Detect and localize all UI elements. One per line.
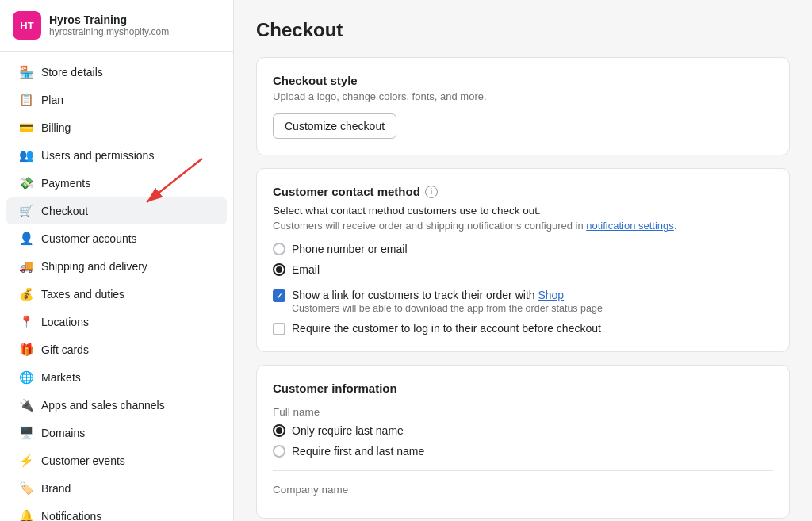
sidebar-item-store-details[interactable]: 🏪 Store details <box>6 59 227 86</box>
sidebar-item-label-shipping-delivery: Shipping and delivery <box>41 260 147 273</box>
customer-accounts-icon: 👤 <box>19 232 33 246</box>
checkbox-require-login[interactable]: Require the customer to log in to their … <box>273 322 773 335</box>
sidebar-item-apps-sales-channels[interactable]: 🔌 Apps and sales channels <box>6 392 227 419</box>
info-icon[interactable]: i <box>425 186 438 198</box>
customize-checkout-button[interactable]: Customize checkout <box>273 113 396 139</box>
sidebar-item-label-domains: Domains <box>41 427 85 439</box>
main-content: Checkout Checkout style Upload a logo, c… <box>234 0 812 521</box>
sidebar-item-gift-cards[interactable]: 🎁 Gift cards <box>6 336 227 363</box>
customer-information-card: Customer information Full name Only requ… <box>256 365 790 519</box>
store-name: Hyros Training <box>49 13 169 26</box>
checkbox-sub-shop-link: Customers will be able to download the a… <box>292 303 603 314</box>
checkout-icon: 🛒 <box>19 204 33 218</box>
checkbox-label-group-shop-link: Show a link for customers to track their… <box>292 289 603 314</box>
sidebar-item-checkout[interactable]: 🛒 Checkout <box>6 197 227 224</box>
contact-method-desc-sub: Customers will receive order and shippin… <box>273 220 773 232</box>
users-permissions-icon: 👥 <box>19 148 33 163</box>
markets-icon: 🌐 <box>19 370 33 385</box>
contact-method-card: Customer contact method i Select what co… <box>256 168 790 352</box>
customer-info-title: Customer information <box>273 381 773 395</box>
sidebar-item-label-apps-sales-channels: Apps and sales channels <box>41 399 165 412</box>
sidebar-item-label-payments: Payments <box>41 177 90 190</box>
sidebar-item-plan[interactable]: 📋 Plan <box>6 86 227 113</box>
radio-circle-fullname-first-and-last <box>273 445 285 458</box>
checkout-style-subtitle: Upload a logo, change colors, fonts, and… <box>273 90 773 102</box>
checkbox-box-shop-link <box>273 289 285 302</box>
contact-method-checkboxes: Show a link for customers to track their… <box>273 289 773 335</box>
sidebar-item-label-plan: Plan <box>41 94 63 106</box>
radio-email[interactable]: Email <box>273 263 773 276</box>
sidebar-nav: 🏪 Store details 📋 Plan 💳 Billing 👥 Users… <box>0 52 233 521</box>
sidebar-item-label-taxes-duties: Taxes and duties <box>41 288 124 301</box>
gift-cards-icon: 🎁 <box>19 343 33 357</box>
sidebar-item-label-gift-cards: Gift cards <box>41 343 89 356</box>
sidebar-item-customer-accounts[interactable]: 👤 Customer accounts <box>6 225 227 252</box>
sidebar-item-markets[interactable]: 🌐 Markets <box>6 364 227 391</box>
radio-circle-fullname-last-name-only <box>273 424 285 437</box>
sidebar-item-label-markets: Markets <box>41 371 81 384</box>
sidebar: HT Hyros Training hyrostraining.myshopif… <box>0 0 234 521</box>
radio-label-email: Email <box>292 263 320 276</box>
sidebar-item-label-billing: Billing <box>41 121 71 134</box>
checkbox-label-group-require-login: Require the customer to log in to their … <box>292 322 601 335</box>
sidebar-item-notifications[interactable]: 🔔 Notifications <box>6 503 227 521</box>
store-avatar: HT <box>13 11 41 40</box>
contact-method-radio-group: Phone number or email Email <box>273 243 773 276</box>
sidebar-item-users-permissions[interactable]: 👥 Users and permissions <box>6 142 227 169</box>
sidebar-item-shipping-delivery[interactable]: 🚚 Shipping and delivery <box>6 253 227 280</box>
sidebar-item-payments[interactable]: 💸 Payments <box>6 170 227 197</box>
sidebar-header: HT Hyros Training hyrostraining.myshopif… <box>0 0 233 52</box>
radio-label-fullname-first-and-last: Require first and last name <box>292 445 424 458</box>
company-name-label: Company name <box>273 484 773 496</box>
store-info: Hyros Training hyrostraining.myshopify.c… <box>49 13 169 37</box>
sidebar-item-label-users-permissions: Users and permissions <box>41 149 154 162</box>
locations-icon: 📍 <box>19 315 33 329</box>
sidebar-item-brand[interactable]: 🏷️ Brand <box>6 475 227 502</box>
sidebar-item-customer-events[interactable]: ⚡ Customer events <box>6 447 227 474</box>
sidebar-item-label-checkout: Checkout <box>41 205 88 217</box>
sidebar-item-label-locations: Locations <box>41 316 89 328</box>
radio-phone-or-email[interactable]: Phone number or email <box>273 243 773 255</box>
domains-icon: 🖥️ <box>19 426 33 440</box>
billing-icon: 💳 <box>19 121 33 135</box>
sidebar-item-taxes-duties[interactable]: 💰 Taxes and duties <box>6 281 227 308</box>
checkout-style-card: Checkout style Upload a logo, change col… <box>256 57 790 155</box>
notifications-icon: 🔔 <box>19 509 33 521</box>
shop-link-link[interactable]: Shop <box>538 289 564 301</box>
customer-events-icon: ⚡ <box>19 454 33 468</box>
desc-sub-prefix: Customers will receive order and shippin… <box>273 220 586 232</box>
brand-icon: 🏷️ <box>19 481 33 496</box>
payments-icon: 💸 <box>19 176 33 190</box>
sidebar-item-label-customer-accounts: Customer accounts <box>41 232 137 245</box>
sidebar-item-billing[interactable]: 💳 Billing <box>6 114 227 141</box>
checkbox-label-shop-link: Show a link for customers to track their… <box>292 289 603 301</box>
page-title: Checkout <box>256 19 790 41</box>
contact-method-title: Customer contact method <box>273 185 420 198</box>
radio-label-fullname-last-name-only: Only require last name <box>292 424 404 437</box>
taxes-duties-icon: 💰 <box>19 287 33 301</box>
checkbox-box-require-login <box>273 323 285 335</box>
contact-method-title-row: Customer contact method i <box>273 185 773 198</box>
radio-circle-email <box>273 263 285 276</box>
full-name-radio-group: Only require last name Require first and… <box>273 424 773 458</box>
shipping-delivery-icon: 🚚 <box>19 259 33 274</box>
radio-circle-phone-or-email <box>273 243 285 255</box>
store-url: hyrostraining.myshopify.com <box>49 26 169 37</box>
sidebar-item-domains[interactable]: 🖥️ Domains <box>6 419 227 446</box>
checkbox-shop-link[interactable]: Show a link for customers to track their… <box>273 289 773 314</box>
radio-fullname-first-and-last[interactable]: Require first and last name <box>273 445 773 458</box>
desc-sub-suffix: . <box>674 220 677 232</box>
sidebar-item-label-customer-events: Customer events <box>41 454 125 467</box>
store-details-icon: 🏪 <box>19 65 33 79</box>
radio-label-phone-or-email: Phone number or email <box>292 243 408 255</box>
sidebar-item-locations[interactable]: 📍 Locations <box>6 308 227 335</box>
plan-icon: 📋 <box>19 93 33 107</box>
apps-sales-channels-icon: 🔌 <box>19 398 33 412</box>
contact-method-desc: Select what contact method customers use… <box>273 205 773 216</box>
checkout-style-title: Checkout style <box>273 74 773 87</box>
sidebar-item-label-brand: Brand <box>41 482 71 495</box>
divider <box>273 470 773 471</box>
sidebar-item-label-store-details: Store details <box>41 66 103 79</box>
radio-fullname-last-name-only[interactable]: Only require last name <box>273 424 773 437</box>
notification-settings-link[interactable]: notification settings <box>586 220 674 232</box>
